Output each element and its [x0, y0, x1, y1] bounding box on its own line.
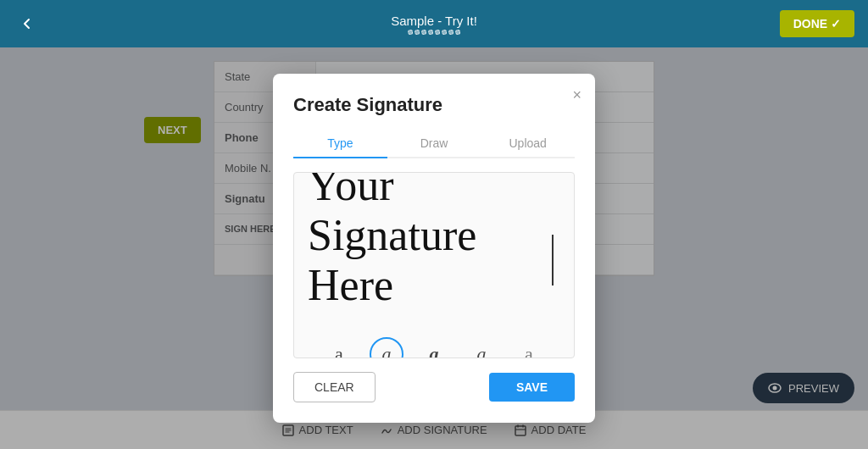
cursor-line	[552, 235, 554, 285]
save-button[interactable]: SAVE	[489, 373, 575, 402]
modal-title: Create Signature	[293, 94, 575, 116]
create-signature-modal: × Create Signature Type Draw Upload Your…	[273, 74, 595, 423]
font-option-2[interactable]: a	[370, 337, 403, 359]
tab-type[interactable]: Type	[293, 130, 387, 158]
font-options: a a a a a	[322, 330, 546, 359]
signature-preview-area: Your Signature Here a a a a a	[293, 172, 575, 358]
header: Sample - Try It! DONE ✓	[0, 0, 868, 47]
tab-draw[interactable]: Draw	[387, 130, 481, 158]
header-subtitle	[391, 30, 477, 35]
modal-close-button[interactable]: ×	[572, 87, 581, 103]
header-title: Sample - Try It!	[391, 14, 477, 35]
font-option-3[interactable]: a	[417, 337, 451, 359]
done-button[interactable]: DONE ✓	[780, 10, 854, 37]
signature-preview-text: Your Signature Here	[294, 172, 574, 310]
clear-button[interactable]: CLEAR	[293, 372, 376, 402]
font-option-5[interactable]: a	[512, 337, 546, 359]
font-option-4[interactable]: a	[465, 337, 498, 359]
modal-overlay: × Create Signature Type Draw Upload Your…	[0, 47, 868, 449]
modal-tabs: Type Draw Upload	[293, 130, 575, 158]
tab-upload[interactable]: Upload	[481, 130, 575, 158]
font-option-1[interactable]: a	[322, 337, 356, 359]
header-title-text: Sample - Try It!	[391, 14, 477, 28]
modal-actions: CLEAR SAVE	[293, 372, 575, 402]
back-button[interactable]	[14, 10, 41, 37]
